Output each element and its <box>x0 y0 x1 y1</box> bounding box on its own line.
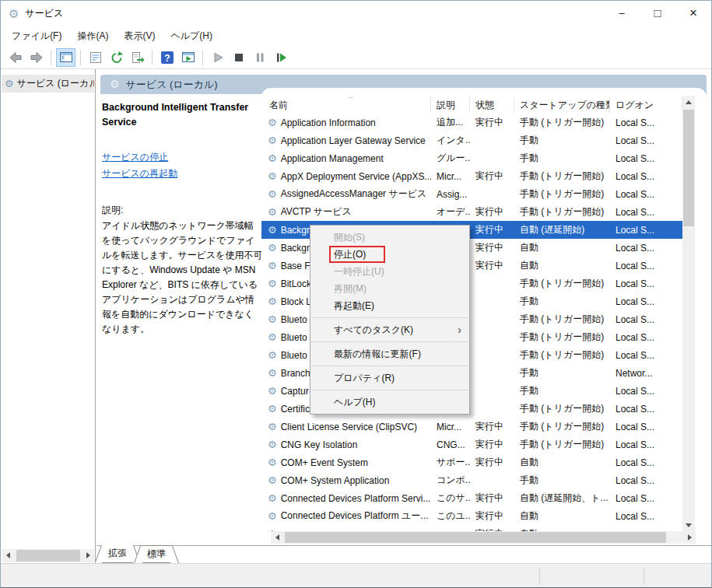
scroll-down-icon[interactable] <box>682 519 695 531</box>
column-header-description[interactable]: 説明 <box>431 97 470 113</box>
column-header-startup-type[interactable]: スタートアップの種類 <box>514 97 610 113</box>
services-gear-icon <box>5 79 14 89</box>
context-menu-item <box>311 390 468 390</box>
scroll-right-icon[interactable] <box>683 531 696 544</box>
list-vertical-scrollbar[interactable] <box>682 96 695 531</box>
service-row[interactable]: COM+ Event System サポー... 実行中 自動 Local S.… <box>261 453 682 471</box>
step-play-icon <box>274 51 288 65</box>
help-button[interactable]: ? <box>157 48 177 67</box>
menu-item[interactable]: ヘルプ(H) <box>163 26 220 46</box>
svg-text:?: ? <box>164 52 170 63</box>
service-row[interactable]: AVCTP サービス オーデ... 実行中 手動 (トリガー開始) Local … <box>261 203 682 221</box>
context-menu-item[interactable]: ヘルプ(H) <box>310 394 469 411</box>
services-gear-icon <box>110 79 120 90</box>
description-text: アイドル状態のネットワーク帯域幅を使ってバックグラウンドでファイルを転送します。… <box>102 219 263 337</box>
scroll-left-icon[interactable] <box>271 531 283 544</box>
export-list-button[interactable] <box>128 48 147 67</box>
pause-service-button[interactable] <box>250 48 269 67</box>
stop-service-button[interactable] <box>229 48 248 67</box>
service-task-link[interactable]: サービスの停止 <box>102 149 263 166</box>
service-row[interactable]: AssignedAccessManager サービス Assig... 手動 (… <box>261 185 682 203</box>
context-menu-item[interactable]: 最新の情報に更新(F) <box>310 345 469 362</box>
properties-button[interactable] <box>86 48 105 67</box>
service-task-link[interactable]: サービスの再起動 <box>102 166 263 182</box>
context-menu-item[interactable]: プロパティ(R) <box>310 369 469 387</box>
minimize-button[interactable] <box>604 1 640 25</box>
menu-item[interactable]: 表示(V) <box>116 26 163 46</box>
scrollbar-thumb[interactable] <box>683 110 694 226</box>
back-button[interactable] <box>5 48 25 67</box>
services-gear-icon: ⚙ <box>9 8 19 19</box>
context-menu-item[interactable]: 停止(O) <box>310 246 469 263</box>
service-gear-icon <box>268 243 277 254</box>
refresh-button[interactable] <box>107 48 126 67</box>
tree-item-services-local[interactable]: サービス (ローカル) <box>2 75 94 93</box>
service-row[interactable]: 実行中 自動 <box>261 525 682 531</box>
service-gear-icon <box>268 350 277 361</box>
status-pane-divider <box>539 568 540 584</box>
service-row[interactable]: CNG Key Isolation CNG... 実行中 手動 (トリガー開始)… <box>261 436 682 453</box>
show-console-tree-button[interactable] <box>56 48 75 67</box>
column-header-logon[interactable]: ログオン <box>610 97 682 113</box>
service-row[interactable]: Application Layer Gateway Service インタ...… <box>261 131 682 149</box>
service-gear-icon <box>268 439 277 450</box>
service-row[interactable]: Connected Devices Platform Servi... このサ.… <box>261 489 682 507</box>
service-row[interactable]: COM+ System Application コンポ... 手動 Local … <box>261 471 682 489</box>
description-label: 説明: <box>102 202 263 219</box>
play-icon <box>211 51 225 65</box>
service-gear-icon <box>268 475 277 486</box>
start-service-button[interactable] <box>208 48 227 67</box>
scroll-right-icon[interactable] <box>82 549 94 562</box>
menu-item[interactable]: 操作(A) <box>69 26 116 46</box>
services-window: ⚙ サービス ファイル(F)操作(A)表示(V)ヘルプ(H) <box>0 0 712 588</box>
pause-icon <box>253 51 267 65</box>
view-tabs: 拡張 標準 <box>102 545 172 563</box>
service-gear-icon <box>268 153 277 164</box>
export-list-icon <box>131 51 145 65</box>
context-menu-item[interactable]: 一時停止(U) <box>310 263 469 280</box>
console-tree-panel: サービス (ローカル) <box>1 69 96 565</box>
menu-item[interactable]: ファイル(F) <box>4 26 69 46</box>
taskpad-header-title: サービス (ローカル) <box>126 78 218 92</box>
column-header-name[interactable]: 名前 ^ <box>261 97 431 113</box>
show-window-button[interactable] <box>178 48 198 67</box>
scroll-left-icon[interactable] <box>2 549 14 562</box>
service-row[interactable]: Application Management グルー... 手動 Local S… <box>261 149 682 167</box>
context-menu-item[interactable]: 開始(S) <box>310 229 469 246</box>
resume-service-button[interactable] <box>271 48 290 67</box>
list-column-headers: 名前 ^ 説明 状態 スタートアップの種類 ログオン <box>261 96 682 114</box>
toolbar-separator <box>202 50 203 65</box>
tree-horizontal-scrollbar[interactable] <box>2 549 94 562</box>
service-gear-icon <box>268 189 277 200</box>
context-menu-item[interactable]: すべてのタスク(K) <box>310 321 469 338</box>
service-row[interactable]: AppX Deployment Service (AppXS... Micr..… <box>261 167 682 185</box>
view-tab[interactable]: 拡張 <box>102 545 133 563</box>
column-header-status[interactable]: 状態 <box>470 97 514 113</box>
forward-button[interactable] <box>26 48 46 67</box>
service-context-menu: 開始(S) 停止(O) 一時停止(U) 再開(M) <box>310 225 470 415</box>
service-gear-icon <box>268 225 277 236</box>
context-menu-item[interactable]: 再開(M) <box>310 280 469 297</box>
title-bar: ⚙ サービス <box>1 1 711 26</box>
service-row[interactable]: Connected Devices Platform ユー... このユ... … <box>261 507 682 525</box>
status-bar <box>1 563 711 587</box>
service-row[interactable]: Application Information 追加... 実行中 手動 (トリ… <box>261 114 682 131</box>
main-area: サービス (ローカル) サービス (ローカル) Background Intel… <box>1 69 711 563</box>
scroll-up-icon[interactable] <box>682 96 695 108</box>
service-gear-icon <box>268 332 277 343</box>
view-tab[interactable]: 標準 <box>141 545 172 563</box>
service-gear-icon <box>268 368 277 379</box>
maximize-button[interactable] <box>640 1 675 25</box>
list-horizontal-scrollbar[interactable] <box>271 531 696 544</box>
stop-icon <box>232 51 246 65</box>
context-menu-item[interactable]: 再起動(E) <box>310 297 469 314</box>
service-gear-icon <box>268 171 277 182</box>
close-button[interactable] <box>675 1 711 25</box>
toolbar: ? <box>1 46 711 69</box>
scrollbar-thumb[interactable] <box>285 532 666 543</box>
scrollbar-thumb[interactable] <box>16 550 80 562</box>
service-gear-icon <box>268 261 277 271</box>
pane-bottom-divider <box>96 545 711 546</box>
toolbar-separator <box>152 50 153 65</box>
service-row[interactable]: Client License Service (ClipSVC) Micr...… <box>261 418 682 436</box>
